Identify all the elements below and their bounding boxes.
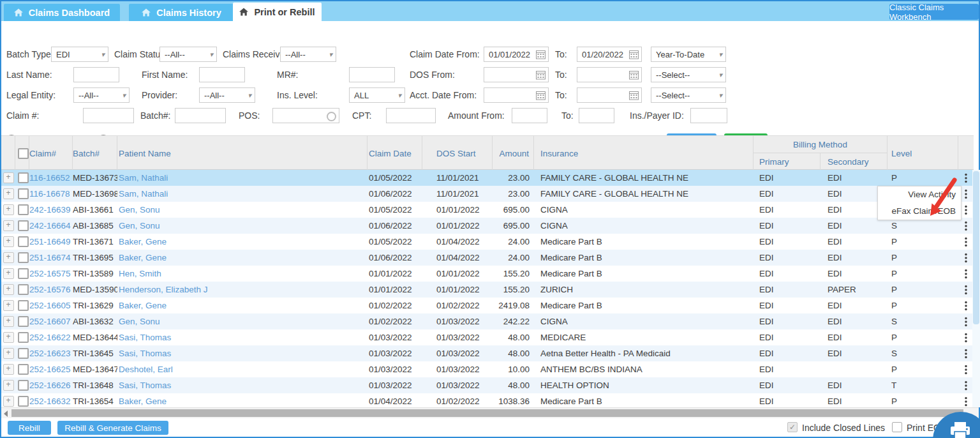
table-row[interactable]: + 251-16649 TRI-13671 Baker, Gene 01/05/… (1, 234, 974, 250)
expand-row-button[interactable]: + (3, 380, 14, 391)
patient-name-link[interactable]: Baker, Gene (119, 396, 167, 406)
patient-name-link[interactable]: Gen, Sonu (119, 205, 160, 215)
claim-number-link[interactable]: 252-16622 (29, 333, 71, 342)
expand-row-button[interactable]: + (3, 204, 14, 215)
include-closed-checkbox[interactable]: ✓ (787, 422, 798, 432)
row-checkbox[interactable] (18, 364, 29, 375)
row-checkbox[interactable] (18, 172, 29, 183)
claim-number-link[interactable]: 251-16674 (29, 253, 71, 262)
pos-lookup-icon[interactable] (327, 112, 336, 121)
batch-number-input[interactable] (175, 108, 226, 123)
claim-number-link[interactable]: 252-16576 (29, 285, 71, 294)
row-checkbox[interactable] (18, 220, 29, 231)
last-name-input[interactable] (73, 67, 119, 82)
row-menu-button[interactable] (958, 313, 974, 329)
select-all-checkbox[interactable] (18, 148, 29, 159)
context-menu-item[interactable]: eFax Claim/EOB (878, 203, 961, 220)
ins-level-select[interactable]: ALL▾ (349, 87, 405, 103)
claim-number-link[interactable]: 252-16626 (29, 381, 71, 390)
expand-row-button[interactable]: + (3, 316, 14, 327)
expand-row-button[interactable]: + (3, 252, 14, 263)
row-menu-button[interactable] (958, 234, 974, 250)
patient-name-link[interactable]: Sasi, Thomas (119, 381, 171, 390)
row-checkbox[interactable] (18, 284, 29, 295)
claim-number-link[interactable]: 251-16649 (29, 237, 71, 246)
row-checkbox[interactable] (18, 204, 29, 215)
claim-number-link[interactable]: 252-16607 (29, 317, 71, 326)
patient-name-link[interactable]: Baker, Gene (119, 253, 167, 262)
claim-date-from-input[interactable]: 01/01/2022 (484, 47, 549, 62)
table-row[interactable]: + 242-16664 ABI-13685 Gen, Sonu 01/06/20… (1, 218, 974, 234)
claim-number-link[interactable]: 242-16639 (29, 205, 71, 215)
dos-from-input[interactable] (484, 67, 549, 82)
row-checkbox[interactable] (18, 252, 29, 263)
context-menu-item[interactable]: View Activity (878, 186, 961, 203)
row-checkbox[interactable] (18, 348, 29, 359)
table-row[interactable]: + 252-16623 TRI-13645 Sasi, Thomas 01/03… (1, 345, 974, 361)
date-range-select[interactable]: Year-To-Date▾ (651, 47, 726, 62)
vertical-scrollbar[interactable] (972, 170, 980, 407)
table-row[interactable]: + 252-16625 MED-13647 Deshotel, Earl 01/… (1, 361, 974, 377)
patient-name-link[interactable]: Baker, Gene (119, 237, 167, 246)
table-row[interactable]: + 252-16607 ABI-13632 Gen, Sonu 01/02/20… (1, 313, 974, 329)
provider-select[interactable]: --All--▾ (199, 87, 255, 103)
tab-claims-history[interactable]: Claims History (129, 4, 234, 21)
acct-date-to-input[interactable] (577, 87, 642, 103)
print-eob-checkbox[interactable] (892, 422, 902, 432)
table-row[interactable]: + 116-16678 MED-13698 Sam, Nathali 01/06… (1, 186, 974, 202)
vertical-scrollbar-thumb[interactable] (973, 171, 979, 324)
table-row[interactable]: + 252-16622 MED-13644 Sasi, Thomas 01/03… (1, 329, 974, 345)
mr-number-input[interactable] (349, 67, 395, 82)
claim-number-link[interactable]: 116-16678 (29, 189, 70, 199)
horizontal-scrollbar-thumb[interactable] (11, 409, 963, 417)
table-row[interactable]: + 251-16674 TRI-13695 Baker, Gene 01/06/… (1, 250, 974, 266)
row-menu-button[interactable] (958, 170, 974, 186)
claim-number-link[interactable]: 252-16605 (29, 301, 71, 310)
expand-row-button[interactable]: + (3, 188, 14, 199)
claim-number-link[interactable]: 252-16623 (29, 349, 71, 358)
row-menu-button[interactable] (958, 329, 974, 345)
expand-row-button[interactable]: + (3, 268, 14, 279)
patient-name-link[interactable]: Baker, Gene (119, 301, 167, 310)
row-menu-button[interactable] (958, 361, 974, 377)
row-checkbox[interactable] (18, 332, 29, 343)
patient-name-link[interactable]: Gen, Sonu (119, 317, 160, 326)
row-checkbox[interactable] (18, 188, 29, 199)
row-menu-button[interactable] (958, 298, 974, 313)
tab-claims-dashboard[interactable]: Claims Dashboard (4, 4, 120, 21)
claim-status-select[interactable]: --All--▾ (160, 47, 217, 62)
classic-claims-workbench-button[interactable]: Classic Claims Workbench (889, 4, 979, 20)
row-menu-button[interactable] (958, 250, 974, 266)
table-row[interactable]: + 252-16575 TRI-13589 Hen, Smith 01/01/2… (1, 266, 974, 282)
expand-row-button[interactable]: + (3, 172, 14, 183)
expand-row-button[interactable]: + (3, 396, 14, 407)
row-menu-button[interactable] (958, 377, 974, 393)
patient-name-link[interactable]: Deshotel, Earl (119, 365, 173, 374)
table-row[interactable]: + 242-16639 ABI-13661 Gen, Sonu 01/05/20… (1, 202, 974, 218)
row-checkbox[interactable] (18, 380, 29, 391)
row-checkbox[interactable] (18, 396, 29, 407)
claim-number-link[interactable]: 252-16575 (29, 269, 71, 278)
amount-to-input[interactable] (579, 108, 614, 123)
batch-type-select[interactable]: EDI▾ (51, 47, 108, 62)
ins-payer-id-input[interactable] (690, 108, 727, 123)
patient-name-link[interactable]: Sasi, Thomas (119, 349, 171, 358)
table-row[interactable]: + 252-16576 MED-13590 Henderson, Elizabe… (1, 282, 974, 298)
scroll-left-arrow-icon[interactable] (4, 411, 8, 417)
claim-date-to-input[interactable]: 01/20/2022 (577, 47, 642, 62)
claims-receiver-select[interactable]: --All--▾ (280, 47, 336, 62)
expand-row-button[interactable]: + (3, 348, 14, 359)
row-checkbox[interactable] (18, 268, 29, 279)
patient-name-link[interactable]: Gen, Sonu (119, 221, 160, 230)
expand-row-button[interactable]: + (3, 284, 14, 295)
table-row[interactable]: + 252-16626 TRI-13648 Sasi, Thomas 01/03… (1, 377, 974, 393)
legal-entity-select[interactable]: --All--▾ (73, 87, 130, 103)
table-row[interactable]: + 116-16652 MED-13673 Sam, Nathali 01/05… (1, 170, 974, 186)
horizontal-scrollbar[interactable] (1, 407, 979, 418)
row-menu-button[interactable] (958, 345, 974, 361)
claim-number-link[interactable]: 242-16664 (29, 221, 71, 230)
acct-range-select[interactable]: --Select--▾ (651, 87, 726, 103)
expand-row-button[interactable]: + (3, 236, 14, 247)
table-row[interactable]: + 252-16605 TRI-13629 Baker, Gene 01/02/… (1, 298, 974, 313)
expand-row-button[interactable]: + (3, 220, 14, 231)
